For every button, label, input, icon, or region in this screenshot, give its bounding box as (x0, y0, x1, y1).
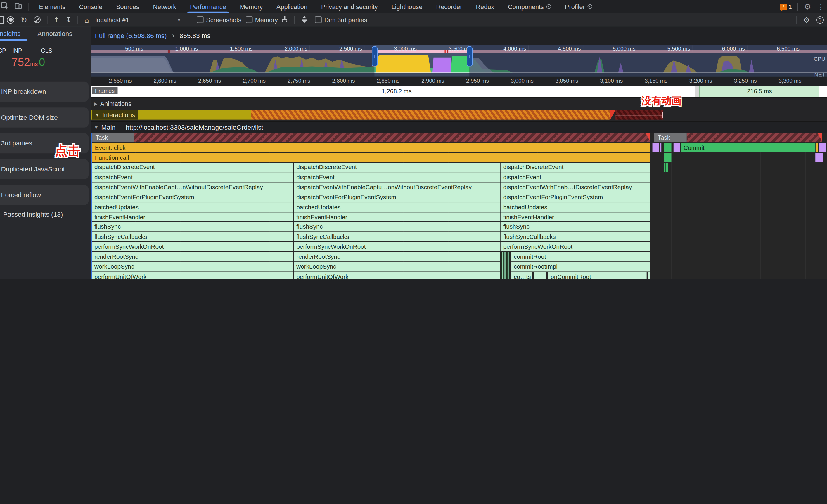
call-frame[interactable]: dispatchEvent (500, 173, 650, 182)
panel-toggle-icon[interactable] (0, 16, 4, 23)
animations-track[interactable]: ▶ Animations (91, 97, 827, 110)
call-frame[interactable]: dispatchDiscreteEvent (294, 163, 500, 172)
call-frame[interactable]: dispatchEventForPluginEventSystem (294, 192, 500, 202)
insight-card[interactable]: Optimize DOM size (0, 107, 89, 128)
dim-3rd-parties-checkbox[interactable] (315, 16, 322, 23)
collapse-tracks-icon[interactable] (301, 15, 307, 24)
timeline-overview[interactable]: 500 ms1,000 ms1,500 ms2,000 ms2,500 ms3,… (91, 45, 827, 76)
call-frame[interactable] (534, 272, 546, 279)
purple-event[interactable] (819, 143, 826, 152)
panel-tab[interactable]: Memory (233, 0, 270, 13)
call-frame[interactable]: dispatchEventForPluginEventSystem (500, 192, 650, 202)
panel-tab[interactable]: Privacy and security (314, 0, 385, 13)
purple-event[interactable] (674, 143, 680, 152)
full-range-link[interactable]: Full range (6,508.86 ms) (95, 32, 167, 39)
event-click-bar[interactable]: Event: click (92, 143, 650, 152)
function-call-bar[interactable]: Function call (92, 153, 650, 162)
call-frame[interactable]: dispatchEventWithEnableCapt…nWithoutDisc… (92, 182, 293, 192)
call-frame[interactable]: performSyncWorkOnRoot (92, 242, 293, 251)
call-frame[interactable]: renderRootSync (294, 252, 500, 261)
screenshots-checkbox[interactable] (197, 16, 203, 23)
commit-block[interactable]: Commit (681, 143, 815, 152)
call-frame[interactable]: performSyncWorkOnRoot (500, 242, 650, 251)
yellow-sliver[interactable] (817, 143, 818, 152)
insight-card[interactable]: INP breakdown (0, 82, 89, 102)
panel-tab[interactable]: Network (146, 0, 183, 13)
commit-sub-rows[interactable]: co…ts onCommitRoot co…er hook.onCommitFi… (511, 272, 650, 279)
panel-tab[interactable]: Redux (469, 0, 501, 13)
call-frame[interactable]: batchedUpdates (92, 202, 293, 212)
record-button[interactable] (7, 16, 14, 23)
insight-card[interactable]: Duplicated JavaScript (0, 159, 89, 179)
call-frame[interactable]: dispatchEvent (294, 173, 500, 182)
purple-event[interactable] (815, 153, 823, 162)
call-frame[interactable]: finishEventHandler (500, 212, 650, 222)
call-stack-col1[interactable]: dispatchDiscreteEventdispatchEventdispat… (92, 163, 293, 279)
inp-value[interactable]: 752 (12, 56, 30, 68)
call-frame[interactable]: flushSync (500, 222, 650, 232)
collapse-arrow-icon[interactable]: ▼ (95, 112, 100, 117)
call-frame[interactable]: performSyncWorkOnRoot (294, 242, 500, 251)
panel-tab[interactable]: Application (270, 0, 314, 13)
task-bar[interactable] (134, 133, 650, 142)
flame-chart[interactable]: Task Task Event: click Commit Function c… (91, 133, 827, 279)
selection-handle-left[interactable]: ‖ (372, 46, 378, 67)
call-frame[interactable]: batchedUpdates (294, 202, 500, 212)
purple-event[interactable] (652, 143, 659, 152)
call-frame[interactable]: dispatchEventWithEnableCaptu…onWithoutDi… (294, 182, 500, 192)
call-frame[interactable]: co…ts (511, 272, 532, 279)
home-icon[interactable]: ⌂ (85, 16, 89, 23)
settings-gear-icon[interactable]: ⚙ (804, 2, 811, 11)
issues-counter[interactable]: ! 1 (780, 3, 792, 10)
cls-value[interactable]: 0 (39, 56, 45, 68)
task2-chip[interactable]: Task (654, 133, 687, 142)
insight-card[interactable]: Forced reflow (0, 185, 89, 205)
gc-brush-icon[interactable] (281, 16, 288, 24)
call-frame[interactable]: flushSyncCallbacks (500, 232, 650, 241)
call-frame[interactable]: finishEventHandler (92, 212, 293, 222)
passed-insights-label[interactable]: Passed insights (13) (3, 211, 91, 218)
call-frame[interactable]: dispatchDiscreteEvent (92, 163, 293, 172)
green-micro-calls[interactable] (664, 163, 668, 172)
call-frame[interactable]: performUnitOfWork (294, 272, 500, 279)
rerecord-icon[interactable]: ↻ (20, 16, 27, 24)
panel-tab[interactable]: Performance (183, 0, 233, 13)
call-frame[interactable]: workLoopSync (92, 262, 293, 271)
selection-handle-right[interactable]: ‖ (467, 46, 473, 67)
panel-tab[interactable]: Components (501, 0, 558, 13)
call-frame[interactable]: renderRootSync (92, 252, 293, 261)
memory-checkbox[interactable] (245, 16, 252, 23)
upload-profile-icon[interactable]: ↥ (53, 16, 59, 23)
call-frame[interactable]: flushSync (92, 222, 293, 232)
frames-track[interactable]: Frames 1,268.2 ms 216.5 ms (91, 86, 827, 97)
main-thread-header[interactable]: ▼ Main — http://localhost:3303/saleManag… (91, 122, 827, 133)
more-menu-icon[interactable]: ⋮ (817, 3, 824, 10)
tab-annotations[interactable]: Annotations (37, 30, 72, 37)
panel-tab[interactable]: Console (72, 0, 109, 13)
task2-bar[interactable] (687, 133, 822, 142)
call-frame[interactable]: finishEventHandler (294, 212, 500, 222)
call-frame[interactable]: dispatchEventForPluginEventSystem (92, 192, 293, 202)
green-event[interactable] (664, 143, 671, 152)
panel-tab[interactable]: Sources (109, 0, 146, 13)
call-stack-col2[interactable]: dispatchDiscreteEventdispatchEventdispat… (294, 163, 500, 279)
call-stack-col3[interactable]: dispatchDiscreteEventdispatchEventdispat… (500, 163, 650, 252)
target-select[interactable]: localhost #1 (95, 16, 129, 23)
panel-tab[interactable]: Recorder (429, 0, 469, 13)
purple-event[interactable] (660, 143, 661, 152)
call-frame[interactable]: performUnitOfWork (92, 272, 293, 279)
panel-tab[interactable]: Lighthouse (385, 0, 429, 13)
call-frame[interactable]: flushSyncCallbacks (294, 232, 500, 241)
panel-tab[interactable]: Elements (32, 0, 72, 13)
call-frame[interactable]: workLoopSync (294, 262, 500, 271)
task-chip[interactable]: Task (92, 133, 134, 142)
interactions-track[interactable]: ▼ Interactions (91, 109, 827, 122)
target-select-arrow[interactable]: ▼ (177, 17, 181, 22)
call-frame[interactable]: dispatchEvent (92, 173, 293, 182)
call-frame[interactable]: commitRoot (511, 252, 650, 261)
interactions-label-chip[interactable]: ▼ Interactions (92, 110, 138, 119)
download-profile-icon[interactable]: ↧ (66, 16, 71, 23)
collapse-arrow-icon[interactable]: ▼ (94, 125, 98, 130)
inspect-cursor-icon[interactable] (1, 2, 8, 11)
call-frame[interactable]: dispatchDiscreteEvent (500, 163, 650, 172)
